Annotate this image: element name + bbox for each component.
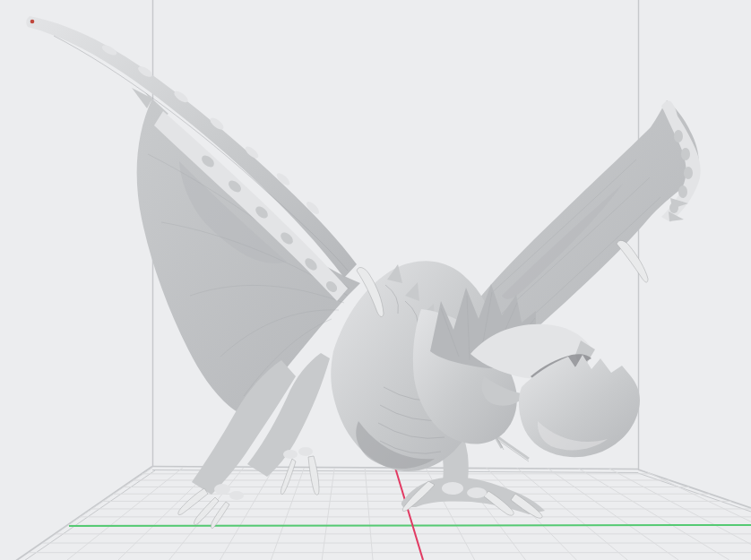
pink-axis-line: [395, 468, 423, 560]
3d-viewport[interactable]: [0, 0, 751, 560]
scene-canvas: [0, 0, 751, 560]
dragon-model[interactable]: [26, 16, 700, 529]
green-axis-line: [69, 525, 751, 526]
floor-grid: [14, 468, 751, 560]
tail-tip-marker: [30, 20, 35, 24]
